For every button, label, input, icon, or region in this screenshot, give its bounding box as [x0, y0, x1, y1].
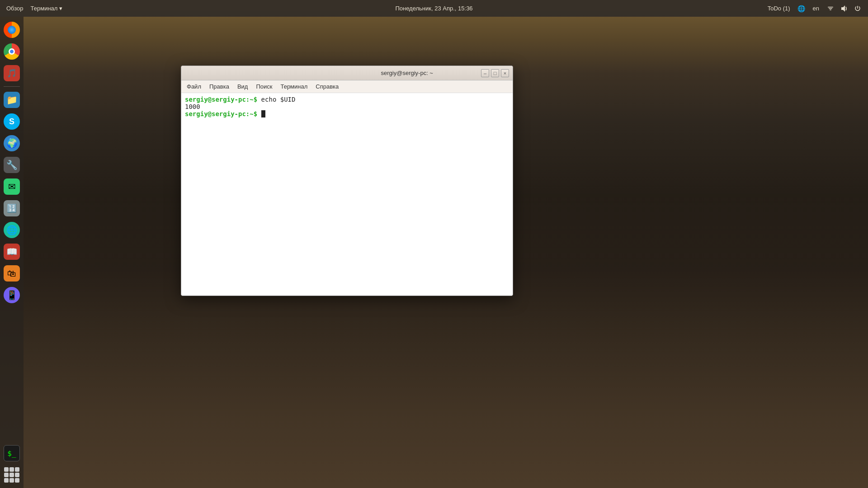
terminal-menubar: Файл Правка Вид Поиск Терминал Справка	[181, 80, 513, 93]
overview-button[interactable]: Обзор	[4, 4, 26, 13]
dock-item-globe[interactable]: 🌐	[2, 221, 21, 239]
prompt-2-suffix: :~$	[246, 110, 257, 117]
prompt-1: sergiy@sergiy-pc:~$	[185, 96, 261, 103]
titlebar-controls: – □ ×	[481, 69, 509, 77]
terminal-menu-arrow: ▾	[59, 5, 62, 12]
top-panel-left: Обзор Терминал ▾	[0, 4, 65, 13]
menu-help[interactable]: Справка	[312, 82, 342, 91]
globe-icon[interactable]: 🌐	[797, 4, 807, 14]
prompt-2-user: sergiy@sergiy-pc	[185, 110, 246, 117]
top-panel: Обзор Терминал ▾ Понедельник, 23 Апр., 1…	[0, 0, 868, 17]
dock-item-mail[interactable]: ✉	[2, 177, 21, 196]
svg-rect-2	[830, 9, 831, 10]
menu-search[interactable]: Поиск	[252, 82, 276, 91]
maximize-button[interactable]: □	[491, 69, 499, 77]
dock-bottom: $_	[2, 444, 21, 484]
terminal-line-1: sergiy@sergiy-pc:~$ echo $UID	[185, 96, 509, 103]
datetime-label: Понедельник, 23 Апр., 15:36	[395, 5, 472, 12]
terminal-window: sergiy@sergiy-pc: ~ – □ × Файл Правка Ви…	[181, 66, 513, 296]
todo-button[interactable]: ToDo (1)	[765, 4, 793, 13]
terminal-menu-button[interactable]: Терминал ▾	[28, 4, 66, 13]
menu-file[interactable]: Файл	[183, 82, 205, 91]
dock-item-chrome[interactable]	[2, 42, 21, 61]
dock-item-firefox[interactable]	[2, 20, 21, 39]
dock-item-browser[interactable]: 🌍	[2, 134, 21, 153]
dock-item-files[interactable]: 📁	[2, 90, 21, 109]
dock-item-apps-grid[interactable]	[2, 465, 21, 484]
terminal-menu-label: Терминал	[31, 5, 58, 12]
dock-item-terminal[interactable]: $_	[2, 444, 21, 463]
left-dock: 🎵 📁 S 🌍 🔧 ✉ 🔢 🌐 📖	[0, 17, 24, 488]
command-1: echo $UID	[261, 96, 296, 103]
minimize-button[interactable]: –	[481, 69, 489, 77]
terminal-line-3: sergiy@sergiy-pc:~$	[185, 110, 509, 117]
output-1: 1000	[185, 103, 200, 110]
dock-item-calculator[interactable]: 🔢	[2, 199, 21, 218]
terminal-titlebar[interactable]: sergiy@sergiy-pc: ~ – □ ×	[181, 66, 513, 80]
prompt-1-suffix: :~$	[246, 96, 257, 103]
menu-edit[interactable]: Правка	[206, 82, 233, 91]
power-icon[interactable]	[853, 4, 863, 14]
terminal-cursor	[261, 110, 265, 117]
close-button[interactable]: ×	[501, 69, 509, 77]
svg-marker-3	[841, 5, 845, 12]
dock-item-rhythmbox[interactable]: 🎵	[2, 64, 21, 83]
terminal-title: sergiy@sergiy-pc: ~	[333, 70, 481, 76]
terminal-content[interactable]: sergiy@sergiy-pc:~$ echo $UID 1000 sergi…	[181, 93, 513, 296]
volume-icon[interactable]	[839, 4, 849, 14]
dock-item-skype[interactable]: S	[2, 112, 21, 131]
dock-separator-1	[4, 86, 20, 87]
desktop: Обзор Терминал ▾ Понедельник, 23 Апр., 1…	[0, 0, 868, 488]
prompt-1-user: sergiy@sergiy-pc	[185, 96, 246, 103]
dock-item-reader[interactable]: 📖	[2, 242, 21, 261]
svg-rect-1	[829, 8, 832, 9]
svg-rect-0	[828, 7, 833, 8]
menu-view[interactable]: Вид	[234, 82, 252, 91]
terminal-line-2: 1000	[185, 103, 509, 110]
dock-item-tools[interactable]: 🔧	[2, 155, 21, 174]
top-panel-datetime: Понедельник, 23 Апр., 15:36	[395, 5, 472, 12]
dock-item-store[interactable]: 🛍	[2, 264, 21, 283]
dock-item-viber[interactable]: 📱	[2, 286, 21, 305]
menu-terminal[interactable]: Терминал	[277, 82, 311, 91]
top-panel-right: ToDo (1) 🌐 en	[765, 4, 868, 14]
prompt-2: sergiy@sergiy-pc:~$	[185, 110, 261, 117]
network-icon[interactable]	[826, 4, 835, 14]
language-button[interactable]: en	[810, 4, 822, 13]
